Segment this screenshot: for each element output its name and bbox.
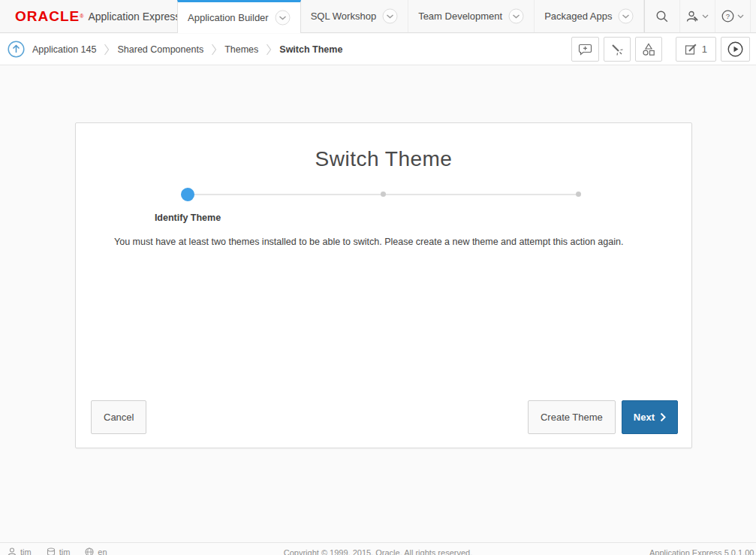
chevron-down-icon (737, 14, 744, 19)
search-icon (655, 10, 669, 23)
breadcrumb-bar: Application 145 Shared Components Themes… (0, 34, 756, 65)
chevron-down-icon[interactable] (275, 10, 291, 26)
create-theme-button[interactable]: Create Theme (528, 400, 616, 434)
run-application-button[interactable] (721, 37, 750, 62)
footer-version: Application Express 5.0.1.00.06 (649, 548, 756, 555)
shared-components-button[interactable] (635, 37, 662, 62)
oracle-apex-logo: ORACLE® Application Express (0, 0, 177, 32)
cancel-button[interactable]: Cancel (91, 400, 146, 434)
edit-page-number: 1 (702, 44, 707, 55)
breadcrumb-separator-icon (104, 43, 110, 56)
run-play-icon (727, 41, 743, 57)
product-name: Application Express (88, 11, 180, 23)
page-footer: tim tim en Copyright © 1999, 2015, Oracl… (0, 542, 756, 555)
footer-user-name: tim (20, 547, 32, 555)
footer-copyright: Copyright © 1999, 2015, Oracle. All righ… (284, 548, 472, 555)
wizard-button-bar: Cancel Create Theme Next (91, 400, 678, 434)
next-button-label: Next (634, 412, 655, 423)
tab-label: Team Development (418, 11, 502, 22)
chevron-down-icon[interactable] (618, 8, 634, 24)
feedback-bubble-icon (578, 43, 592, 56)
registered-mark: ® (80, 14, 83, 19)
help-menu-button[interactable]: ? (715, 0, 751, 32)
step-dot (381, 192, 386, 197)
chevron-down-icon[interactable] (508, 8, 524, 24)
footer-language-code: en (98, 547, 107, 555)
footer-user: tim (8, 547, 32, 555)
edit-page-button[interactable]: 1 (676, 37, 716, 62)
top-navigation-bar: ORACLE® Application Express Application … (0, 0, 756, 33)
footer-language: en (85, 547, 107, 555)
switch-theme-wizard-card: Switch Theme Identify Theme You must hav… (75, 122, 692, 448)
feedback-button[interactable] (571, 37, 599, 62)
breadcrumb-application[interactable]: Application 145 (32, 44, 96, 55)
breadcrumb-separator-icon (211, 43, 217, 56)
user-icon (8, 547, 17, 555)
page-title: Switch Theme (76, 147, 691, 171)
globe-icon (85, 547, 94, 555)
wizard-progress-track: Identify Theme (188, 188, 579, 201)
step-dot-active (181, 188, 194, 201)
shapes-icon (642, 43, 655, 56)
footer-content: tim tim en Copyright © 1999, 2015, Oracl… (0, 543, 756, 555)
admin-user-wrench-icon (686, 11, 699, 23)
edit-pencil-icon (685, 43, 697, 56)
breadcrumb-switch-theme: Switch Theme (279, 44, 342, 55)
advisor-button[interactable] (604, 37, 631, 62)
search-button[interactable] (645, 0, 680, 32)
footer-schema: tim (47, 547, 71, 555)
wizard-message: You must have at least two themes instal… (114, 237, 669, 247)
breadcrumb-themes[interactable]: Themes (224, 44, 258, 55)
breadcrumb-separator-icon (266, 43, 272, 56)
database-icon (47, 547, 56, 555)
oracle-logo: ORACLE (15, 8, 80, 25)
topbar-icon-group: ? (644, 0, 756, 32)
chevron-down-icon (702, 14, 709, 19)
advisor-wand-icon (610, 43, 624, 56)
help-icon: ? (721, 10, 734, 23)
tab-application-builder[interactable]: Application Builder (177, 0, 301, 33)
chevron-down-icon[interactable] (382, 8, 398, 24)
step-dot (576, 192, 581, 197)
wizard-right-buttons: Create Theme Next (528, 400, 678, 434)
tab-label: Packaged Apps (544, 11, 612, 22)
chevron-right-icon (660, 412, 666, 422)
account-menu-button[interactable] (751, 0, 756, 32)
administration-menu-button[interactable] (680, 0, 715, 32)
tab-sql-workshop[interactable]: SQL Workshop (301, 0, 408, 32)
current-step-label: Identify Theme (155, 213, 221, 223)
tab-label: SQL Workshop (311, 11, 376, 22)
tab-label: Application Builder (188, 12, 269, 23)
tab-packaged-apps[interactable]: Packaged Apps (535, 0, 644, 32)
page-toolbar: 1 (571, 37, 750, 62)
arrow-up-circle-icon (8, 41, 25, 58)
up-level-button[interactable] (8, 41, 25, 58)
svg-text:?: ? (726, 12, 730, 20)
next-button[interactable]: Next (622, 400, 678, 434)
tab-team-development[interactable]: Team Development (408, 0, 535, 32)
footer-schema-name: tim (59, 547, 71, 555)
footer-session-info: tim tim en (8, 547, 107, 555)
breadcrumb-shared-components[interactable]: Shared Components (117, 44, 203, 55)
